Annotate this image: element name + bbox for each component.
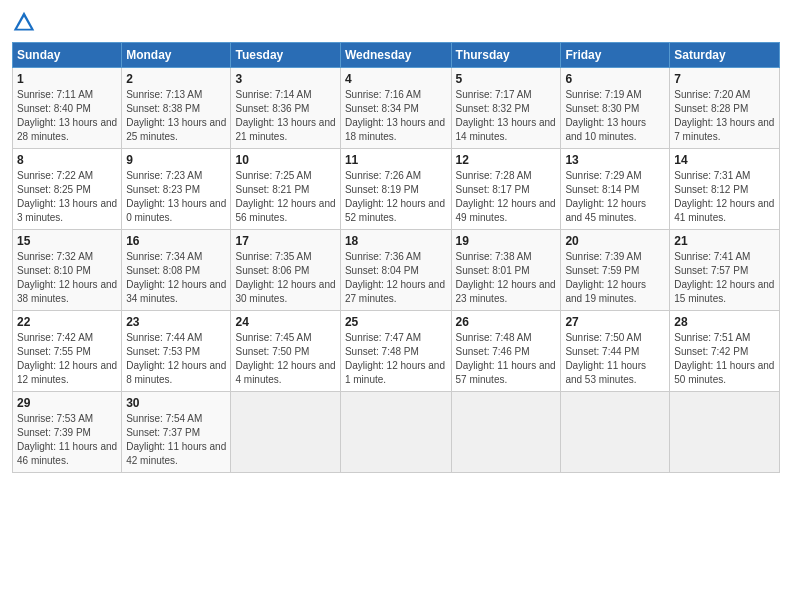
day-number: 2 [126, 72, 226, 86]
day-number: 3 [235, 72, 335, 86]
day-number: 5 [456, 72, 557, 86]
day-detail: Sunrise: 7:13 AMSunset: 8:38 PMDaylight:… [126, 89, 226, 142]
day-number: 29 [17, 396, 117, 410]
day-number: 13 [565, 153, 665, 167]
calendar-cell: 7 Sunrise: 7:20 AMSunset: 8:28 PMDayligh… [670, 68, 780, 149]
day-detail: Sunrise: 7:38 AMSunset: 8:01 PMDaylight:… [456, 251, 556, 304]
day-detail: Sunrise: 7:48 AMSunset: 7:46 PMDaylight:… [456, 332, 556, 385]
day-detail: Sunrise: 7:36 AMSunset: 8:04 PMDaylight:… [345, 251, 445, 304]
header-cell-saturday: Saturday [670, 43, 780, 68]
calendar-cell: 2 Sunrise: 7:13 AMSunset: 8:38 PMDayligh… [122, 68, 231, 149]
calendar-cell: 24 Sunrise: 7:45 AMSunset: 7:50 PMDaylig… [231, 311, 340, 392]
day-number: 15 [17, 234, 117, 248]
day-number: 25 [345, 315, 447, 329]
day-detail: Sunrise: 7:31 AMSunset: 8:12 PMDaylight:… [674, 170, 774, 223]
calendar-cell: 3 Sunrise: 7:14 AMSunset: 8:36 PMDayligh… [231, 68, 340, 149]
day-detail: Sunrise: 7:50 AMSunset: 7:44 PMDaylight:… [565, 332, 646, 385]
header-cell-monday: Monday [122, 43, 231, 68]
calendar-cell: 25 Sunrise: 7:47 AMSunset: 7:48 PMDaylig… [340, 311, 451, 392]
day-number: 18 [345, 234, 447, 248]
calendar-cell: 1 Sunrise: 7:11 AMSunset: 8:40 PMDayligh… [13, 68, 122, 149]
calendar-week-3: 15 Sunrise: 7:32 AMSunset: 8:10 PMDaylig… [13, 230, 780, 311]
calendar-cell: 21 Sunrise: 7:41 AMSunset: 7:57 PMDaylig… [670, 230, 780, 311]
day-detail: Sunrise: 7:32 AMSunset: 8:10 PMDaylight:… [17, 251, 117, 304]
calendar-cell [561, 392, 670, 473]
header-cell-thursday: Thursday [451, 43, 561, 68]
calendar-cell: 29 Sunrise: 7:53 AMSunset: 7:39 PMDaylig… [13, 392, 122, 473]
day-number: 10 [235, 153, 335, 167]
calendar-body: 1 Sunrise: 7:11 AMSunset: 8:40 PMDayligh… [13, 68, 780, 473]
day-detail: Sunrise: 7:26 AMSunset: 8:19 PMDaylight:… [345, 170, 445, 223]
calendar-cell: 6 Sunrise: 7:19 AMSunset: 8:30 PMDayligh… [561, 68, 670, 149]
calendar-week-2: 8 Sunrise: 7:22 AMSunset: 8:25 PMDayligh… [13, 149, 780, 230]
calendar-cell [451, 392, 561, 473]
day-number: 30 [126, 396, 226, 410]
calendar-cell: 30 Sunrise: 7:54 AMSunset: 7:37 PMDaylig… [122, 392, 231, 473]
day-number: 1 [17, 72, 117, 86]
day-detail: Sunrise: 7:42 AMSunset: 7:55 PMDaylight:… [17, 332, 117, 385]
calendar-cell: 5 Sunrise: 7:17 AMSunset: 8:32 PMDayligh… [451, 68, 561, 149]
header-cell-tuesday: Tuesday [231, 43, 340, 68]
day-detail: Sunrise: 7:28 AMSunset: 8:17 PMDaylight:… [456, 170, 556, 223]
day-detail: Sunrise: 7:51 AMSunset: 7:42 PMDaylight:… [674, 332, 774, 385]
day-detail: Sunrise: 7:41 AMSunset: 7:57 PMDaylight:… [674, 251, 774, 304]
day-detail: Sunrise: 7:23 AMSunset: 8:23 PMDaylight:… [126, 170, 226, 223]
header-cell-wednesday: Wednesday [340, 43, 451, 68]
calendar: SundayMondayTuesdayWednesdayThursdayFrid… [12, 42, 780, 473]
day-detail: Sunrise: 7:22 AMSunset: 8:25 PMDaylight:… [17, 170, 117, 223]
day-number: 7 [674, 72, 775, 86]
day-detail: Sunrise: 7:20 AMSunset: 8:28 PMDaylight:… [674, 89, 774, 142]
calendar-cell: 11 Sunrise: 7:26 AMSunset: 8:19 PMDaylig… [340, 149, 451, 230]
day-number: 19 [456, 234, 557, 248]
calendar-cell: 22 Sunrise: 7:42 AMSunset: 7:55 PMDaylig… [13, 311, 122, 392]
day-number: 20 [565, 234, 665, 248]
day-number: 12 [456, 153, 557, 167]
calendar-cell: 20 Sunrise: 7:39 AMSunset: 7:59 PMDaylig… [561, 230, 670, 311]
day-detail: Sunrise: 7:47 AMSunset: 7:48 PMDaylight:… [345, 332, 445, 385]
day-number: 26 [456, 315, 557, 329]
calendar-cell: 17 Sunrise: 7:35 AMSunset: 8:06 PMDaylig… [231, 230, 340, 311]
calendar-cell: 15 Sunrise: 7:32 AMSunset: 8:10 PMDaylig… [13, 230, 122, 311]
logo [12, 10, 38, 34]
day-number: 21 [674, 234, 775, 248]
day-detail: Sunrise: 7:29 AMSunset: 8:14 PMDaylight:… [565, 170, 646, 223]
calendar-cell: 23 Sunrise: 7:44 AMSunset: 7:53 PMDaylig… [122, 311, 231, 392]
day-detail: Sunrise: 7:39 AMSunset: 7:59 PMDaylight:… [565, 251, 646, 304]
calendar-cell: 18 Sunrise: 7:36 AMSunset: 8:04 PMDaylig… [340, 230, 451, 311]
day-detail: Sunrise: 7:25 AMSunset: 8:21 PMDaylight:… [235, 170, 335, 223]
day-number: 6 [565, 72, 665, 86]
day-detail: Sunrise: 7:19 AMSunset: 8:30 PMDaylight:… [565, 89, 646, 142]
calendar-cell: 26 Sunrise: 7:48 AMSunset: 7:46 PMDaylig… [451, 311, 561, 392]
day-detail: Sunrise: 7:11 AMSunset: 8:40 PMDaylight:… [17, 89, 117, 142]
day-detail: Sunrise: 7:53 AMSunset: 7:39 PMDaylight:… [17, 413, 117, 466]
day-number: 9 [126, 153, 226, 167]
day-detail: Sunrise: 7:44 AMSunset: 7:53 PMDaylight:… [126, 332, 226, 385]
day-number: 16 [126, 234, 226, 248]
day-number: 27 [565, 315, 665, 329]
calendar-week-1: 1 Sunrise: 7:11 AMSunset: 8:40 PMDayligh… [13, 68, 780, 149]
day-number: 22 [17, 315, 117, 329]
day-detail: Sunrise: 7:16 AMSunset: 8:34 PMDaylight:… [345, 89, 445, 142]
day-number: 24 [235, 315, 335, 329]
calendar-cell [670, 392, 780, 473]
day-detail: Sunrise: 7:35 AMSunset: 8:06 PMDaylight:… [235, 251, 335, 304]
day-number: 14 [674, 153, 775, 167]
day-number: 8 [17, 153, 117, 167]
day-detail: Sunrise: 7:17 AMSunset: 8:32 PMDaylight:… [456, 89, 556, 142]
calendar-cell: 4 Sunrise: 7:16 AMSunset: 8:34 PMDayligh… [340, 68, 451, 149]
calendar-cell: 12 Sunrise: 7:28 AMSunset: 8:17 PMDaylig… [451, 149, 561, 230]
calendar-cell: 28 Sunrise: 7:51 AMSunset: 7:42 PMDaylig… [670, 311, 780, 392]
day-number: 4 [345, 72, 447, 86]
day-detail: Sunrise: 7:34 AMSunset: 8:08 PMDaylight:… [126, 251, 226, 304]
day-number: 23 [126, 315, 226, 329]
day-detail: Sunrise: 7:54 AMSunset: 7:37 PMDaylight:… [126, 413, 226, 466]
calendar-cell: 27 Sunrise: 7:50 AMSunset: 7:44 PMDaylig… [561, 311, 670, 392]
calendar-cell [340, 392, 451, 473]
calendar-header-row: SundayMondayTuesdayWednesdayThursdayFrid… [13, 43, 780, 68]
day-number: 11 [345, 153, 447, 167]
calendar-cell: 13 Sunrise: 7:29 AMSunset: 8:14 PMDaylig… [561, 149, 670, 230]
calendar-cell: 10 Sunrise: 7:25 AMSunset: 8:21 PMDaylig… [231, 149, 340, 230]
day-detail: Sunrise: 7:45 AMSunset: 7:50 PMDaylight:… [235, 332, 335, 385]
day-detail: Sunrise: 7:14 AMSunset: 8:36 PMDaylight:… [235, 89, 335, 142]
calendar-cell: 8 Sunrise: 7:22 AMSunset: 8:25 PMDayligh… [13, 149, 122, 230]
